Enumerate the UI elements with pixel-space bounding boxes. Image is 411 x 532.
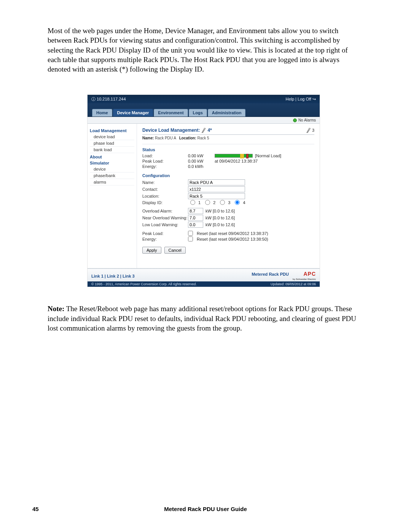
load-label: Load:	[142, 153, 188, 158]
sidebar-item-device[interactable]: device	[90, 166, 134, 173]
cfg-low-label: Low Load Warning:	[142, 222, 188, 227]
sidebar-item-phase-bank[interactable]: phase/bank	[90, 173, 134, 179]
sidebar-header-load: Load Management	[90, 128, 134, 133]
tab-band: Home Device Manager Environment Logs Adm…	[88, 103, 320, 117]
notepad-icon	[306, 128, 311, 133]
cfg-near-input[interactable]	[188, 215, 203, 221]
logoff-link[interactable]: Log Off	[298, 97, 311, 101]
peak-note: at 09/04/2012 13:38:37	[215, 159, 314, 163]
cfg-name-input[interactable]	[188, 179, 245, 185]
page-title: Device Load Management: 4*	[142, 128, 212, 133]
cfg-overload-input[interactable]	[188, 208, 203, 214]
load-note: [Normal Load]	[255, 153, 281, 158]
help-link[interactable]: Help	[285, 97, 294, 101]
sidebar-item-alarms[interactable]: alarms	[90, 179, 134, 185]
cfg-energy-label: Energy:	[142, 237, 188, 241]
cancel-button[interactable]: Cancel	[164, 247, 186, 254]
title-id: 4*	[207, 128, 212, 133]
radio-4[interactable]	[235, 200, 240, 205]
apc-byline: by Schneider Electric	[293, 278, 316, 280]
tab-home[interactable]: Home	[92, 109, 112, 117]
tab-environment[interactable]: Environment	[154, 109, 188, 117]
cfg-contact-input[interactable]	[188, 186, 245, 192]
title-right-id[interactable]: 3	[306, 128, 314, 133]
radio-2[interactable]	[205, 200, 210, 205]
no-alarm-icon	[293, 118, 297, 122]
page-number: 45	[32, 506, 39, 512]
window-topbar: ⓘ 10.218.117.244 Help | Log Off ↪	[88, 95, 320, 103]
cfg-peak-label: Peak Load:	[142, 231, 188, 236]
cfg-low-range: kW [0.0 to 12.6]	[206, 222, 235, 227]
alarm-bar: No Alarms	[88, 117, 320, 124]
load-value: 0.00 kW	[188, 153, 215, 158]
peak-label: Peak Load:	[142, 159, 188, 163]
section-status: Status	[142, 147, 314, 152]
sidebar-item-phase-load[interactable]: phase load	[90, 140, 134, 147]
page-footer: 45 Metered Rack PDU User Guide	[0, 506, 411, 512]
ip-address: ⓘ 10.218.117.244	[91, 96, 126, 102]
section-config: Configuration	[142, 173, 314, 178]
cfg-energy-reset-label: Reset (last reset 09/04/2012 13:38:50)	[197, 237, 268, 241]
cfg-energy-reset-checkbox[interactable]	[188, 236, 193, 241]
no-alarm-label: No Alarms	[298, 118, 316, 122]
cfg-low-input[interactable]	[188, 222, 203, 228]
cfg-overload-range: kW [0.0 to 12.6]	[206, 209, 235, 213]
note-paragraph: Note: The Reset/Reboot web page has many…	[48, 304, 360, 333]
tab-device-manager[interactable]: Device Manager	[113, 109, 153, 117]
subline: Name: Rack PDU A Location: Rack 5	[142, 135, 314, 144]
cfg-name-label: Name:	[142, 180, 188, 185]
updated: Updated: 09/05/2012 at 09:06	[271, 282, 316, 286]
cfg-location-label: Location:	[142, 194, 188, 198]
apply-button[interactable]: Apply	[142, 247, 161, 254]
cfg-peak-reset-checkbox[interactable]	[188, 231, 193, 236]
radio-1[interactable]	[190, 200, 195, 205]
sidebar-item-bank-load[interactable]: bank load	[90, 147, 134, 153]
notepad-icon	[201, 128, 206, 133]
top-links: Help | Log Off ↪	[285, 97, 316, 102]
footer-links[interactable]: Link 1 | Link 2 | Link 3	[91, 274, 135, 278]
sidebar-item-device-load[interactable]: device load	[90, 134, 134, 140]
cfg-overload-label: Overload Alarm:	[142, 209, 188, 213]
radio-3[interactable]	[220, 200, 225, 205]
page-footer-title: Metered Rack PDU User Guide	[164, 506, 247, 512]
energy-value: 0.0 kWh	[188, 164, 215, 169]
sidebar: Load Management device load phase load b…	[88, 124, 137, 268]
cfg-peak-reset-label: Reset (last reset 09/04/2012 13:38:37)	[197, 231, 268, 236]
cfg-contact-label: Contact:	[142, 187, 188, 192]
energy-label: Energy:	[142, 164, 188, 169]
product-name: Metered Rack PDU	[252, 272, 289, 276]
cfg-near-label: Near Overload Warning:	[142, 216, 196, 220]
copyright: © 1995 - 2011, American Power Conversion…	[91, 282, 197, 286]
apc-logo: APC	[303, 271, 316, 277]
tab-logs[interactable]: Logs	[189, 109, 207, 117]
sidebar-header-about[interactable]: About	[90, 155, 134, 159]
embedded-screenshot: ⓘ 10.218.117.244 Help | Log Off ↪ Home D…	[88, 95, 320, 287]
logoff-icon: ↪	[312, 97, 316, 101]
sidebar-header-simulator: Simulator	[90, 161, 134, 165]
intro-paragraph: Most of the web pages under the Home, De…	[48, 26, 360, 74]
load-bar	[215, 154, 253, 158]
tab-administration[interactable]: Administration	[208, 109, 246, 117]
cfg-location-input[interactable]	[188, 193, 245, 199]
cfg-display-radios: 1 2 3 4	[188, 200, 314, 205]
cfg-display-label: Display ID:	[142, 200, 188, 205]
cfg-near-range: kW [0.0 to 12.6]	[206, 216, 235, 220]
peak-value: 0.00 kW	[188, 159, 215, 163]
